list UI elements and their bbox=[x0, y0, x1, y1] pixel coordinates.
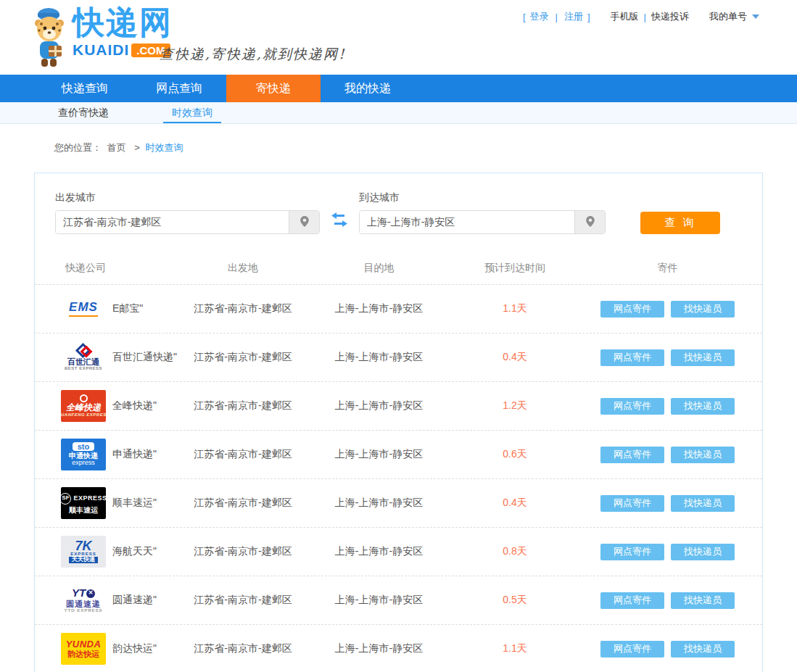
branch-ship-button[interactable]: 网点寄件 bbox=[600, 641, 664, 658]
logo-text: 圆通速递 bbox=[66, 600, 101, 608]
sf-express-logo: SF EXPRESS 顺丰速运 bbox=[61, 487, 106, 519]
company-cell: SF EXPRESS 顺丰速运 顺丰速运" bbox=[35, 487, 185, 519]
site-slogan: 查快递,寄快递,就到快递网! bbox=[160, 45, 346, 64]
swap-cities-button[interactable] bbox=[331, 212, 347, 229]
nav-item-express-query[interactable]: 快递查询 bbox=[38, 75, 132, 102]
breadcrumb-prefix: 您的位置： bbox=[54, 142, 102, 153]
breadcrumb-home-link[interactable]: 首页 bbox=[107, 142, 126, 153]
to-city-input-group bbox=[359, 210, 606, 234]
company-name: 海航天天" bbox=[112, 545, 157, 558]
find-courier-button[interactable]: 找快递员 bbox=[671, 544, 735, 560]
find-courier-button[interactable]: 找快递员 bbox=[671, 592, 735, 609]
ems-stripe-icon bbox=[69, 315, 98, 317]
find-courier-button[interactable]: 找快递员 bbox=[671, 447, 735, 463]
mobile-version-link[interactable]: 手机版 bbox=[611, 10, 639, 23]
company-cell: YUNDA 韵达快运 韵达快运" bbox=[35, 633, 185, 665]
table-header: 快递公司 出发地 目的地 预计到达时间 寄件 bbox=[35, 262, 762, 285]
header-company: 快递公司 bbox=[35, 262, 185, 275]
destination-cell: 上海-上海市-静安区 bbox=[301, 497, 457, 510]
company-cell: EMS E邮宝" bbox=[35, 293, 185, 325]
logo-subtext: 顺丰速运 bbox=[69, 506, 98, 514]
logo-subtext: QUANFENG EXPRESS bbox=[61, 412, 106, 418]
quanfeng-logo: 全峰快递 QUANFENG EXPRESS bbox=[61, 390, 106, 422]
find-courier-button[interactable]: 找快递员 bbox=[671, 495, 735, 512]
destination-cell: 上海-上海市-静安区 bbox=[301, 594, 457, 607]
breadcrumb: 您的位置： 首页 > 时效查询 bbox=[54, 141, 797, 154]
logo-text: EXPRESS bbox=[73, 495, 106, 502]
header-eta: 预计到达时间 bbox=[457, 262, 573, 275]
table-row: SF EXPRESS 顺丰速运 顺丰速运" 江苏省-南京市-建邺区 上海-上海市… bbox=[35, 479, 762, 528]
nav-item-my-express[interactable]: 我的快递 bbox=[321, 75, 415, 102]
nav-item-branch-query[interactable]: 网点查询 bbox=[132, 75, 226, 102]
actions-cell: 网点寄件 找快递员 bbox=[573, 592, 762, 609]
eta-cell: 0.4天 bbox=[457, 497, 573, 510]
logo-badge: 7K bbox=[75, 540, 91, 552]
branch-ship-button[interactable]: 网点寄件 bbox=[600, 592, 664, 609]
from-city-label: 出发城市 bbox=[55, 191, 320, 204]
branch-ship-button[interactable]: 网点寄件 bbox=[600, 398, 664, 415]
ems-logo: EMS bbox=[61, 293, 106, 325]
my-numbers-label[interactable]: 我的单号 bbox=[709, 10, 747, 23]
actions-cell: 网点寄件 找快递员 bbox=[573, 349, 762, 366]
from-city-field: 出发城市 bbox=[55, 191, 320, 234]
location-pin-icon bbox=[585, 215, 595, 230]
branch-ship-button[interactable]: 网点寄件 bbox=[600, 544, 664, 560]
table-row: YT ✕ 圆通速递 YTO EXPRESS 圆通速递" 江苏省-南京市-建邺区 … bbox=[35, 576, 762, 625]
company-name: 全峰快递" bbox=[112, 399, 157, 412]
site-logo[interactable]: 快递网 KUAIDI .COM bbox=[29, 4, 173, 72]
company-name: 申通快递" bbox=[112, 448, 157, 461]
chevron-down-icon bbox=[752, 14, 759, 19]
links-separator: | bbox=[644, 12, 646, 22]
logo-text: 全峰快递 bbox=[66, 403, 101, 412]
from-city-input[interactable] bbox=[56, 211, 289, 233]
subnav-item-time-query[interactable]: 时效查询 bbox=[163, 102, 221, 123]
company-cell: YT ✕ 圆通速递 YTO EXPRESS 圆通速递" bbox=[35, 584, 185, 616]
brand-text: 快递网 KUAIDI .COM bbox=[73, 4, 173, 59]
destination-cell: 上海-上海市-静安区 bbox=[301, 448, 457, 461]
company-name: 顺丰速运" bbox=[112, 497, 157, 510]
header-origin: 出发地 bbox=[185, 262, 301, 275]
quanfeng-ring-icon bbox=[80, 394, 88, 402]
subnav-item-price-query[interactable]: 查价寄快递 bbox=[49, 102, 117, 123]
eta-cell: 0.5天 bbox=[457, 594, 573, 607]
from-city-picker-button[interactable] bbox=[289, 211, 319, 233]
breadcrumb-current[interactable]: 时效查询 bbox=[145, 142, 183, 153]
nav-item-send-express[interactable]: 寄快递 bbox=[226, 75, 321, 102]
my-numbers-dropdown[interactable]: 我的单号 bbox=[709, 10, 759, 23]
complaint-link[interactable]: 快递投诉 bbox=[651, 10, 689, 23]
table-row: EMS E邮宝" 江苏省-南京市-建邺区 上海-上海市-静安区 1.1天 网点寄… bbox=[35, 285, 762, 333]
find-courier-button[interactable]: 找快递员 bbox=[671, 301, 735, 318]
destination-cell: 上海-上海市-静安区 bbox=[301, 642, 457, 655]
yto-runner-icon: ✕ bbox=[86, 589, 95, 598]
find-courier-button[interactable]: 找快递员 bbox=[671, 349, 735, 366]
register-link[interactable]: 注册 bbox=[564, 10, 583, 23]
eta-cell: 0.6天 bbox=[457, 448, 573, 461]
to-city-input[interactable] bbox=[360, 211, 574, 233]
location-pin-icon bbox=[300, 215, 310, 230]
sf-logo-row: SF EXPRESS bbox=[61, 493, 106, 505]
logo-text: YUNDA bbox=[66, 639, 102, 650]
destination-cell: 上海-上海市-静安区 bbox=[301, 351, 457, 364]
find-courier-button[interactable]: 找快递员 bbox=[671, 641, 735, 658]
table-row: 7K EXPRESS 天天快递 海航天天" 江苏省-南京市-建邺区 上海-上海市… bbox=[35, 528, 762, 576]
to-city-field: 到达城市 bbox=[359, 191, 606, 234]
to-city-picker-button[interactable] bbox=[574, 211, 605, 233]
domain-name: KUAIDI bbox=[73, 41, 129, 59]
branch-ship-button[interactable]: 网点寄件 bbox=[600, 349, 664, 366]
site-name: 快递网 bbox=[73, 4, 173, 40]
actions-cell: 网点寄件 找快递员 bbox=[573, 641, 762, 658]
page-header: 快递网 KUAIDI .COM 查快递,寄快递,就到快递网! [ 登录 | 注册… bbox=[0, 0, 797, 75]
origin-cell: 江苏省-南京市-建邺区 bbox=[185, 497, 301, 510]
search-button[interactable]: 查 询 bbox=[640, 212, 720, 234]
branch-ship-button[interactable]: 网点寄件 bbox=[600, 495, 664, 512]
logo-text: 百世汇通 bbox=[67, 357, 99, 366]
breadcrumb-separator: > bbox=[134, 142, 140, 153]
eta-cell: 1.2天 bbox=[457, 399, 573, 412]
login-link[interactable]: 登录 bbox=[530, 10, 549, 23]
destination-cell: 上海-上海市-静安区 bbox=[301, 545, 457, 558]
logo-subtext: BEST EXPRESS bbox=[65, 366, 102, 371]
find-courier-button[interactable]: 找快递员 bbox=[671, 398, 735, 415]
origin-cell: 江苏省-南京市-建邺区 bbox=[185, 448, 301, 461]
branch-ship-button[interactable]: 网点寄件 bbox=[600, 301, 664, 318]
branch-ship-button[interactable]: 网点寄件 bbox=[600, 447, 664, 463]
